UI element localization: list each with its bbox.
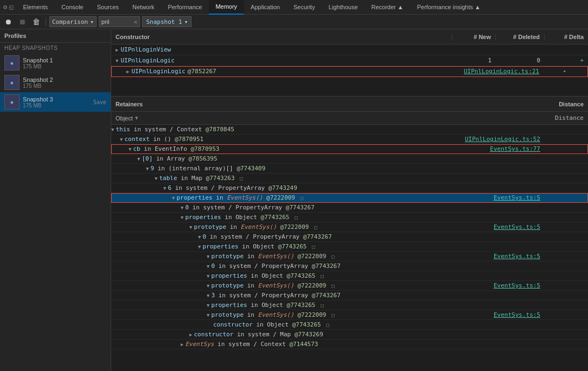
ret-link-11d[interactable]: EventSys.ts:5 xyxy=(494,282,545,289)
tab-network[interactable]: Network xyxy=(126,0,161,15)
ret-text-11c: properties in Object @7743265 □ xyxy=(211,272,323,279)
ret-name-11b: ▼ 0 in system / PropertyArray @7743267 xyxy=(111,263,545,270)
snapshot-icon-2: ◉ xyxy=(4,75,20,90)
nav-icons: ⚙ ◱ xyxy=(0,3,16,11)
ret-row-0[interactable]: ▼ this in system / Context @7870845 xyxy=(111,125,588,135)
ret-row-8a[interactable]: ▼ 0 in system / PropertyArray @7743267 xyxy=(111,203,588,213)
ret-row-1[interactable]: ▼ context in () @7870951 UIPnlLoginLogic… xyxy=(111,135,588,144)
ret-row-11b[interactable]: ▼ 0 in system / PropertyArray @7743267 xyxy=(111,261,588,271)
ret-link-11g[interactable]: EventSys.ts:5 xyxy=(494,311,545,318)
retainers-panel: Retainers Distance Object ▾ Distance ▼ t… xyxy=(111,96,588,351)
snapshot-item-1[interactable]: ◉ Snapshot 1 175 MB xyxy=(0,53,111,73)
ret-row-11e[interactable]: ▼ 3 in system / PropertyArray @7743267 xyxy=(111,291,588,300)
ret-row-2[interactable]: ▼ cb in EventInfo @7870953 EventSys.ts:7… xyxy=(111,144,588,154)
ret-arrow-9a: ▼ xyxy=(189,225,192,230)
constructor-row-2[interactable]: ▼ UIPnlLoginLogic 1 0 + xyxy=(111,55,588,66)
ret-link-7[interactable]: EventSys.ts:5 xyxy=(494,194,545,201)
search-clear-icon[interactable]: ✕ xyxy=(134,18,138,25)
ret-text-6: 6 in system / PropertyArray @7743249 xyxy=(168,184,297,191)
ret-link-2[interactable]: EventSys.ts:77 xyxy=(490,145,545,152)
ret-name-11a: ▼ prototype in EventSys() @7222009 □ xyxy=(111,253,494,260)
constructor-label-1: UIPnlLoginView xyxy=(120,46,171,53)
ret-name-9b: ▶ constructor in system / Map @7743269 xyxy=(111,331,545,338)
ret-row-9b[interactable]: ▶ constructor in system / Map @7743269 xyxy=(111,330,588,340)
ret-name-1: ▼ context in () @7870951 xyxy=(111,136,465,143)
comparison-dropdown[interactable]: Comparison ▾ xyxy=(49,16,97,27)
ret-name-11d: ▼ prototype in EventSys() @7222009 □ xyxy=(111,282,494,289)
row3-link[interactable]: UIPnlLoginLogic.ts:21 xyxy=(464,68,539,75)
ret-row-3[interactable]: ▼ [0] in Array @7856395 xyxy=(111,154,588,164)
clear-button[interactable]: 🗑 xyxy=(30,16,42,28)
ret-row-7[interactable]: ▼ properties in EventSys() @7222009 □ Ev… xyxy=(111,193,588,203)
tab-elements[interactable]: Elements xyxy=(16,0,55,15)
right-panel: Constructor # New # Deleted # Delta ▶ UI… xyxy=(111,29,588,371)
ret-arrow-4: ▼ xyxy=(146,166,149,171)
ret-row-11h[interactable]: constructor in Object @7743265 □ xyxy=(111,320,588,330)
ret-row-10b[interactable]: ▼ properties in Object @7743265 □ xyxy=(111,242,588,252)
ret-name-11c: ▼ properties in Object @7743265 □ xyxy=(111,272,545,279)
ret-text-1: context in () @7870951 xyxy=(124,136,203,143)
tab-performance[interactable]: Performance xyxy=(161,0,209,15)
ret-row-11g[interactable]: ▼ prototype in EventSys() @7222009 □ Eve… xyxy=(111,310,588,320)
snapshot-item-2[interactable]: ◉ Snapshot 2 175 MB xyxy=(0,73,111,92)
snapshot-arrow: ▾ xyxy=(184,18,188,25)
constructor-label-2: UIPnlLoginLogic xyxy=(120,57,174,64)
ret-name-8a: ▼ 0 in system / PropertyArray @7743267 xyxy=(111,204,545,211)
col-deleted-header: # Deleted xyxy=(496,34,545,40)
ret-row-11c[interactable]: ▼ properties in Object @7743265 □ xyxy=(111,271,588,281)
ret-text-11d: prototype in EventSys() @7222009 □ xyxy=(211,282,334,289)
tab-recorder[interactable]: Recorder ▲ xyxy=(365,0,411,15)
ret-arrow-8b: ▼ xyxy=(181,215,183,220)
ret-link-9a[interactable]: EventSys.ts:5 xyxy=(494,223,545,231)
ret-text-3: [0] in Array @7856395 xyxy=(142,155,217,162)
ret-row-11d[interactable]: ▼ prototype in EventSys() @7222009 □ Eve… xyxy=(111,281,588,291)
snapshot-info-3: Snapshot 3 175 MB xyxy=(23,96,90,108)
ret-text-0: this in system / Context @7870845 xyxy=(116,126,234,133)
ret-row-11a[interactable]: ▼ prototype in EventSys() @7222009 □ Eve… xyxy=(111,252,588,261)
ret-arrow-5: ▼ xyxy=(155,176,157,181)
snapshot-item-3[interactable]: ◉ Snapshot 3 175 MB Save xyxy=(0,92,111,112)
snapshot-size-3: 175 MB xyxy=(23,103,90,108)
snapshot-save-button[interactable]: Save xyxy=(93,99,106,105)
search-input[interactable] xyxy=(101,18,134,25)
ret-arrow-7: ▼ xyxy=(172,195,175,201)
ret-row-11f[interactable]: ▼ properties in Object @7743265 □ xyxy=(111,300,588,310)
snapshot-dropdown[interactable]: Snapshot 1 ▾ xyxy=(142,16,191,27)
ret-text-9a: prototype in EventSys() @7222009 □ xyxy=(194,223,317,231)
constructor-row-3[interactable]: ▶ UIPnlLoginLogic @7852267 UIPnlLoginLog… xyxy=(111,66,588,77)
ret-text-8b: properties in Object @7743265 □ xyxy=(185,214,297,221)
ret-row-9a[interactable]: ▼ prototype in EventSys() @7222009 □ Eve… xyxy=(111,222,588,232)
ret-arrow-10b: ▼ xyxy=(198,244,201,250)
col-delta-header: # Delta xyxy=(545,34,588,40)
tab-sources[interactable]: Sources xyxy=(91,0,126,15)
ret-row-5[interactable]: ▼ table in Map @7743263 □ xyxy=(111,174,588,183)
ret-row-6[interactable]: ▼ 6 in system / PropertyArray @7743249 xyxy=(111,183,588,193)
ret-link-11a[interactable]: EventSys.ts:5 xyxy=(494,253,545,260)
ret-row-8b[interactable]: ▼ properties in Object @7743265 □ xyxy=(111,213,588,222)
constructor-row-1[interactable]: ▶ UIPnlLoginView xyxy=(111,44,588,55)
record-button[interactable]: ⏺ xyxy=(2,16,14,28)
tab-performance-insights[interactable]: Performance insights ▲ xyxy=(411,0,488,15)
tab-application[interactable]: Application xyxy=(244,0,287,15)
ret-link-1[interactable]: UIPnlLoginLogic.ts:52 xyxy=(465,136,545,143)
snapshot-size-2: 175 MB xyxy=(23,83,106,89)
ret-row-10a[interactable]: ▼ 0 in system / PropertyArray @7743267 xyxy=(111,232,588,242)
ret-text-5: table in Map @7743263 □ xyxy=(159,175,242,182)
ret-row-4[interactable]: ▼ 9 in (internal array)[] @7743409 xyxy=(111,164,588,174)
ret-name-2: ▼ cb in EventInfo @7870953 xyxy=(111,145,490,152)
tab-memory[interactable]: Memory xyxy=(209,0,244,15)
ret-arrow-11f: ▼ xyxy=(207,303,209,308)
ret-name-4: ▼ 9 in (internal array)[] @7743409 xyxy=(111,165,545,172)
ret-row-8c[interactable]: ▶ EventSys in system / Context @7144573 xyxy=(111,340,588,349)
ret-arrow-2: ▼ xyxy=(129,146,131,152)
ret-arrow-11b: ▼ xyxy=(207,264,209,269)
ret-arrow-0: ▼ xyxy=(111,127,114,132)
tab-lighthouse[interactable]: Lighthouse xyxy=(322,0,365,15)
tab-console[interactable]: Console xyxy=(55,0,90,15)
ret-arrow-6: ▼ xyxy=(163,186,166,191)
col-new-header: # New xyxy=(452,34,496,40)
ret-arrow-10a: ▼ xyxy=(198,234,201,240)
tab-security[interactable]: Security xyxy=(287,0,322,15)
row3-dot: • xyxy=(563,68,566,75)
search-box[interactable]: ✕ xyxy=(99,16,140,27)
